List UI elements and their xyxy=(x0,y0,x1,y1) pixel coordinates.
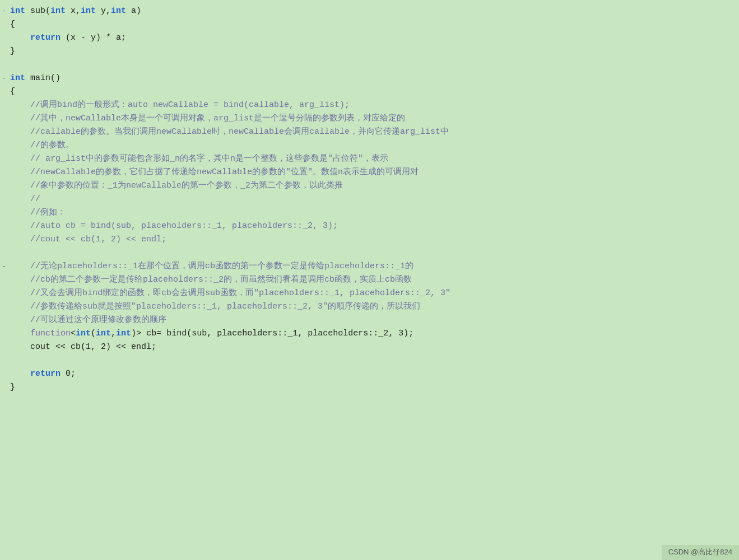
code-segment: 0; xyxy=(61,369,76,379)
code-segment: int xyxy=(111,6,126,16)
line-indicator: - xyxy=(0,260,8,273)
line-content: cout << cb(1, 2) << endl; xyxy=(8,340,739,354)
line-indicator xyxy=(0,85,8,86)
line-content xyxy=(8,58,739,72)
code-line xyxy=(0,58,739,72)
code-segment xyxy=(10,369,30,379)
line-indicator xyxy=(0,340,8,342)
line-content: // arg_list中的参数可能包含形如_n的名字，其中n是一个整数，这些参数… xyxy=(8,152,739,166)
line-content: //又会去调用bind绑定的函数，即cb会去调用sub函数，而"placehol… xyxy=(8,287,739,300)
line-indicator xyxy=(0,193,8,194)
line-content: { xyxy=(8,18,739,31)
code-line: return 0; xyxy=(0,367,739,381)
code-line: //参数传递给sub就是按照"placeholders::_1, placeho… xyxy=(0,300,739,314)
code-segment: function xyxy=(30,329,71,338)
code-segment: //可以通过这个原理修改参数的顺序 xyxy=(30,315,166,325)
code-line: { xyxy=(0,18,739,31)
line-indicator xyxy=(0,31,8,32)
code-segment: a) xyxy=(126,6,141,16)
code-line: //又会去调用bind绑定的函数，即cb会去调用sub函数，而"placehol… xyxy=(0,287,739,300)
code-segment xyxy=(10,167,30,177)
line-content: function<int(int,int)> cb= bind(sub, pla… xyxy=(8,327,739,340)
code-segment: } xyxy=(10,382,15,392)
code-line: // xyxy=(0,193,739,206)
line-content: { xyxy=(8,85,739,99)
line-indicator xyxy=(0,246,8,248)
code-line: //可以通过这个原理修改参数的顺序 xyxy=(0,314,739,327)
line-indicator xyxy=(0,99,8,100)
code-line: } xyxy=(0,381,739,394)
code-line: //cout << cb(1, 2) << endl; xyxy=(0,233,739,246)
code-segment: { xyxy=(10,87,15,96)
code-segment xyxy=(10,329,30,338)
code-segment: int xyxy=(10,73,25,83)
code-container: -int sub(int x,int y,int a){ return (x -… xyxy=(0,0,739,560)
line-indicator xyxy=(0,179,8,180)
line-content: } xyxy=(8,381,739,394)
line-indicator xyxy=(0,166,8,167)
line-indicator xyxy=(0,354,8,355)
code-segment: //调用bind的一般形式：auto newCallable = bind(ca… xyxy=(30,100,350,110)
code-segment xyxy=(10,302,30,311)
code-line: //调用bind的一般形式：auto newCallable = bind(ca… xyxy=(0,99,739,112)
code-segment xyxy=(10,114,30,123)
code-segment: )> cb= bind(sub, placeholders::_1, place… xyxy=(131,329,413,338)
code-segment: y, xyxy=(96,6,111,16)
line-indicator xyxy=(0,206,8,207)
code-segment: //cout << cb(1, 2) << endl; xyxy=(30,235,166,244)
code-line: //例如： xyxy=(0,206,739,220)
code-segment: //newCallable的参数，它们占据了传递给newCallable的参数的… xyxy=(30,167,419,177)
line-content: int sub(int x,int y,int a) xyxy=(8,4,739,18)
code-segment: x, xyxy=(66,6,81,16)
line-content: //callable的参数。当我们调用newCallable时，newCalla… xyxy=(8,125,739,139)
code-segment: //其中，newCallable本身是一个可调用对象，arg_list是一个逗号… xyxy=(30,114,405,123)
code-line: //cb的第二个参数一定是传给placeholders::_2的，而虽然我们看着… xyxy=(0,273,739,287)
line-indicator xyxy=(0,300,8,301)
line-indicator: - xyxy=(0,4,8,17)
code-segment: < xyxy=(71,329,76,338)
code-line: { xyxy=(0,85,739,99)
code-segment xyxy=(10,100,30,110)
code-segment: int xyxy=(50,6,66,16)
code-line: //的参数。 xyxy=(0,139,739,152)
code-line: return (x - y) * a; xyxy=(0,31,739,45)
code-segment xyxy=(10,235,30,244)
code-line: - //无论placeholders::_1在那个位置，调用cb函数的第一个参数… xyxy=(0,260,739,273)
line-content: //newCallable的参数，它们占据了传递给newCallable的参数的… xyxy=(8,166,739,179)
code-segment: return xyxy=(30,33,61,43)
line-indicator xyxy=(0,327,8,328)
line-indicator xyxy=(0,152,8,153)
code-segment: , xyxy=(111,329,116,338)
code-segment: int xyxy=(10,6,25,16)
line-indicator xyxy=(0,125,8,127)
code-segment: int xyxy=(81,6,96,16)
code-segment: //例如： xyxy=(30,208,66,217)
code-segment: cout << cb(1, 2) << endl; xyxy=(10,342,156,352)
line-indicator xyxy=(0,233,8,234)
bottom-bar: CSDN @高比仔824 xyxy=(662,545,739,560)
code-segment: (x - y) * a; xyxy=(61,33,126,43)
line-content: return (x - y) * a; xyxy=(8,31,739,45)
code-segment: // arg_list中的参数可能包含形如_n的名字，其中n是一个整数，这些参数… xyxy=(30,154,388,164)
line-indicator xyxy=(0,367,8,368)
code-segment: return xyxy=(30,369,61,379)
code-segment: //象中参数的位置：_1为newCallable的第一个参数，_2为第二个参数，… xyxy=(30,181,343,190)
code-segment: sub( xyxy=(25,6,50,16)
line-indicator xyxy=(0,139,8,140)
code-line xyxy=(0,394,739,408)
code-segment: //callable的参数。当我们调用newCallable时，newCalla… xyxy=(30,127,449,137)
line-content: //cout << cb(1, 2) << endl; xyxy=(8,233,739,246)
line-indicator xyxy=(0,45,8,46)
code-line: -int sub(int x,int y,int a) xyxy=(0,4,739,18)
code-segment xyxy=(10,288,30,298)
code-line xyxy=(0,354,739,367)
code-segment xyxy=(10,275,30,284)
code-line: cout << cb(1, 2) << endl; xyxy=(0,340,739,354)
code-line: //newCallable的参数，它们占据了传递给newCallable的参数的… xyxy=(0,166,739,179)
code-line xyxy=(0,246,739,260)
code-line: //其中，newCallable本身是一个可调用对象，arg_list是一个逗号… xyxy=(0,112,739,125)
line-content: //例如： xyxy=(8,206,739,220)
line-content: //auto cb = bind(sub, placeholders::_1, … xyxy=(8,220,739,233)
code-line: //象中参数的位置：_1为newCallable的第一个参数，_2为第二个参数，… xyxy=(0,179,739,193)
line-content: return 0; xyxy=(8,367,739,381)
